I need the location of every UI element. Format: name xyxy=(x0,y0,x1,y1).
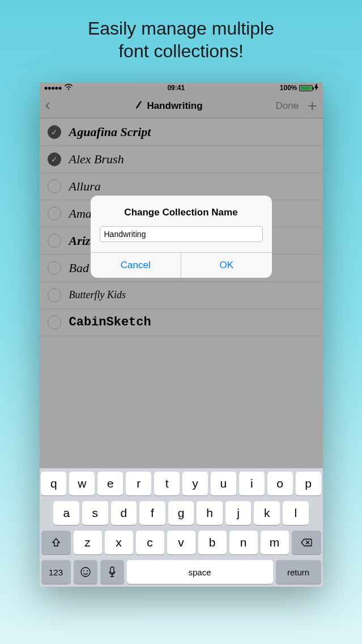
key-x[interactable]: x xyxy=(105,531,133,554)
mic-key[interactable] xyxy=(100,560,124,584)
key-g[interactable]: g xyxy=(168,501,194,525)
key-j[interactable]: j xyxy=(225,501,252,525)
collection-name-input[interactable] xyxy=(100,226,263,242)
cancel-button[interactable]: Cancel xyxy=(91,253,182,278)
key-n[interactable]: n xyxy=(229,531,258,554)
space-key[interactable]: space xyxy=(127,560,273,584)
key-v[interactable]: v xyxy=(167,531,195,554)
key-o[interactable]: o xyxy=(267,472,293,495)
svg-point-2 xyxy=(87,570,88,571)
key-m[interactable]: m xyxy=(261,531,289,554)
key-h[interactable]: h xyxy=(197,501,223,525)
svg-point-0 xyxy=(81,567,90,577)
key-s[interactable]: s xyxy=(82,501,108,525)
key-q[interactable]: q xyxy=(41,472,66,495)
key-c[interactable]: c xyxy=(136,531,164,554)
return-key[interactable]: return xyxy=(276,560,321,584)
key-r[interactable]: r xyxy=(126,472,151,495)
key-y[interactable]: y xyxy=(182,472,208,495)
keyboard: q w e r t y u i o p a s d f g h j k l z xyxy=(40,468,323,587)
phone-screen: ●●●●● 09:41 100% ‹ Handwriting xyxy=(40,82,323,587)
alert-dialog: Change Collection Name Cancel OK xyxy=(91,196,272,278)
promo-line-1: Easily manage multiple xyxy=(88,18,274,39)
shift-key[interactable] xyxy=(41,531,71,554)
key-e[interactable]: e xyxy=(97,472,123,495)
svg-point-1 xyxy=(83,570,84,571)
key-z[interactable]: z xyxy=(74,531,102,554)
key-w[interactable]: w xyxy=(69,472,95,495)
promo-heading: Easily manage multiple font collections! xyxy=(88,17,274,62)
svg-rect-3 xyxy=(110,567,114,573)
key-a[interactable]: a xyxy=(53,501,79,525)
key-d[interactable]: d xyxy=(111,501,137,525)
emoji-key[interactable] xyxy=(74,560,97,584)
ok-button[interactable]: OK xyxy=(181,253,272,278)
key-t[interactable]: t xyxy=(154,472,180,495)
key-f[interactable]: f xyxy=(139,501,165,525)
numbers-key[interactable]: 123 xyxy=(41,560,71,584)
key-k[interactable]: k xyxy=(254,501,280,525)
promo-line-2: font collections! xyxy=(118,41,244,61)
key-u[interactable]: u xyxy=(211,472,236,495)
backspace-key[interactable] xyxy=(292,531,321,554)
key-b[interactable]: b xyxy=(198,531,227,554)
key-l[interactable]: l xyxy=(283,501,309,525)
alert-title: Change Collection Name xyxy=(91,196,272,226)
key-i[interactable]: i xyxy=(239,472,265,495)
key-p[interactable]: p xyxy=(296,472,321,495)
